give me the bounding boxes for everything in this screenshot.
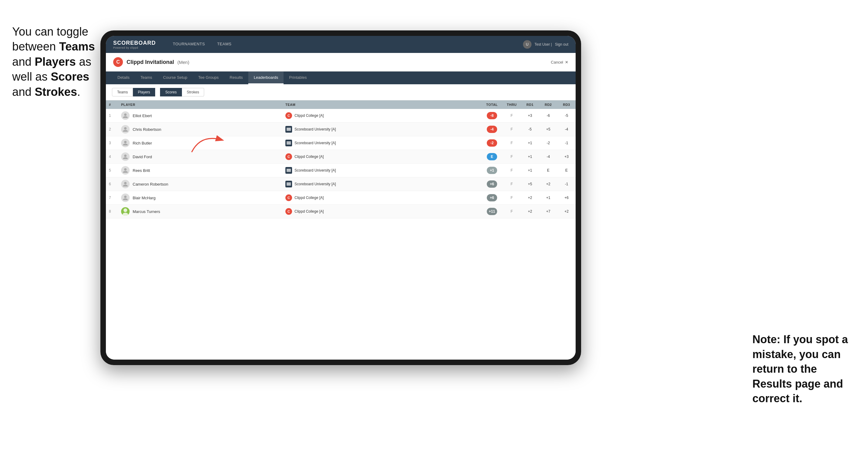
tablet-screen: SCOREBOARD Powered by clippd TOURNAMENTS… [106, 36, 576, 360]
logo-title: SCOREBOARD [113, 40, 156, 46]
cell-thru: F [503, 109, 521, 123]
cell-rd2: +2 [539, 177, 557, 191]
cell-rd3: E [557, 164, 576, 177]
svg-rect-16 [287, 184, 291, 185]
toggle-players-btn[interactable]: Players [133, 88, 155, 96]
team-logo [285, 139, 292, 146]
cell-rd1: +3 [521, 109, 539, 123]
tab-leaderboards[interactable]: Leaderboards [248, 71, 284, 84]
score-badge: -4 [487, 126, 497, 133]
cell-rd2: +7 [539, 205, 557, 218]
cell-rd2: +5 [539, 123, 557, 136]
toggle-scores-btn[interactable]: Scores [160, 88, 182, 96]
cell-total: +11 [481, 205, 503, 218]
svg-rect-7 [287, 143, 291, 144]
col-team: TEAM [282, 100, 457, 109]
cell-team: Scoreboard University [A] [282, 136, 457, 150]
close-icon: ✕ [565, 60, 568, 64]
team-name: Clippd College [A] [294, 196, 324, 200]
team-name: Scoreboard University [A] [294, 182, 336, 186]
table-row: 2Chris RobertsonScoreboard University [A… [106, 123, 576, 136]
svg-rect-13 [287, 171, 291, 172]
svg-rect-17 [287, 185, 291, 186]
cell-rank: 8 [106, 205, 118, 218]
nav-teams[interactable]: TEAMS [211, 36, 238, 53]
table-row: 1Elliot EbertCClippd College [A]-8F+3-6-… [106, 109, 576, 123]
cell-team: CClippd College [A] [282, 150, 457, 164]
table-container: # PLAYER TEAM TOTAL THRU RD1 RD2 RD3 1El… [106, 100, 576, 360]
svg-point-20 [123, 213, 128, 216]
cell-rd3: -1 [557, 136, 576, 150]
player-name: Chris Robertson [133, 127, 161, 132]
cancel-button[interactable]: Cancel ✕ [551, 60, 568, 64]
cell-rd2: +1 [539, 191, 557, 205]
tab-teams[interactable]: Teams [135, 71, 158, 84]
player-name: David Ford [133, 155, 152, 159]
nav-right: U Test User | Sign out [523, 40, 568, 49]
cell-team: CClippd College [A] [282, 109, 457, 123]
cell-rd1: +2 [521, 205, 539, 218]
cell-rank: 1 [106, 109, 118, 123]
cell-spacer [457, 123, 481, 136]
left-annotation: You can toggle between Teams and Players… [12, 24, 97, 99]
table-row: 3Rich ButlerScoreboard University [A]-2F… [106, 136, 576, 150]
cell-spacer [457, 164, 481, 177]
cell-thru: F [503, 136, 521, 150]
nav-tournaments[interactable]: TOURNAMENTS [167, 36, 211, 53]
svg-point-14 [124, 182, 127, 184]
cell-rd3: -5 [557, 109, 576, 123]
team-logo: C [285, 153, 292, 160]
nav-user-text: Test User | [534, 42, 552, 46]
cell-team: Scoreboard University [A] [282, 123, 457, 136]
table-header-row: # PLAYER TEAM TOTAL THRU RD1 RD2 RD3 [106, 100, 576, 109]
col-rd1: RD1 [521, 100, 539, 109]
player-avatar [121, 125, 130, 133]
team-logo [285, 167, 292, 174]
cell-thru: F [503, 177, 521, 191]
right-annotation: Note: If you spot a mistake, you can ret… [752, 332, 856, 406]
col-total: TOTAL [481, 100, 503, 109]
cell-spacer [457, 136, 481, 150]
tab-results[interactable]: Results [224, 71, 248, 84]
user-avatar: U [523, 40, 531, 49]
cell-spacer [457, 191, 481, 205]
tab-bar: Details Teams Course Setup Tee Groups Re… [106, 71, 576, 84]
cell-player: Rees Britt [118, 164, 282, 177]
player-avatar [121, 152, 130, 161]
tab-tee-groups[interactable]: Tee Groups [193, 71, 224, 84]
table-row: 7Blair McHargCClippd College [A]+6F+2+1+… [106, 191, 576, 205]
table-body: 1Elliot EbertCClippd College [A]-8F+3-6-… [106, 109, 576, 218]
tab-printables[interactable]: Printables [284, 71, 312, 84]
player-name: Marcus Turners [133, 209, 160, 214]
leaderboard-table: # PLAYER TEAM TOTAL THRU RD1 RD2 RD3 1El… [106, 100, 576, 218]
player-avatar [121, 207, 130, 216]
score-badge: +11 [487, 208, 497, 215]
col-rd2: RD2 [539, 100, 557, 109]
tournament-title-row: C Clippd Invitational (Men) [113, 57, 189, 67]
score-badge: +6 [487, 180, 497, 188]
toggle-strokes-btn[interactable]: Strokes [182, 88, 205, 96]
cell-rank: 3 [106, 136, 118, 150]
cell-total: +6 [481, 177, 503, 191]
cell-total: +6 [481, 191, 503, 205]
cell-team: CClippd College [A] [282, 191, 457, 205]
tab-course-setup[interactable]: Course Setup [158, 71, 193, 84]
player-avatar [121, 139, 130, 147]
cell-spacer [457, 150, 481, 164]
cell-player: Elliot Ebert [118, 109, 282, 123]
cell-player: Marcus Turners [118, 205, 282, 218]
cell-rd3: -4 [557, 123, 576, 136]
tournament-name: Clippd Invitational (Men) [127, 59, 189, 65]
cell-team: CClippd College [A] [282, 205, 457, 218]
cell-team: Scoreboard University [A] [282, 164, 457, 177]
sign-out-link[interactable]: Sign out [555, 42, 568, 46]
cell-thru: F [503, 205, 521, 218]
score-badge: +6 [487, 194, 497, 201]
cell-rank: 4 [106, 150, 118, 164]
cell-rd1: -5 [521, 123, 539, 136]
tab-details[interactable]: Details [112, 71, 135, 84]
player-name: Cameron Robertson [133, 182, 168, 186]
cell-spacer [457, 177, 481, 191]
toggle-teams-btn[interactable]: Teams [112, 88, 133, 96]
svg-rect-3 [287, 129, 291, 130]
